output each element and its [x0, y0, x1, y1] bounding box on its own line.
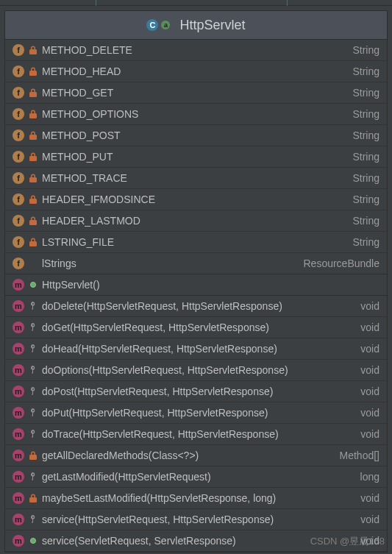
method-name: doPost(HttpServletRequest, HttpServletRe…: [42, 386, 350, 397]
field-name: METHOD_HEAD: [42, 65, 342, 77]
field-icon: f: [13, 129, 24, 141]
field-name: METHOD_PUT: [42, 151, 342, 163]
field-icon: f: [13, 151, 24, 163]
method-name: getAllDeclaredMethods(Class<?>): [42, 450, 329, 461]
method-type: void: [360, 386, 379, 397]
key-icon: [29, 302, 38, 310]
method-icon: m: [13, 343, 24, 355]
method-name: doHead(HttpServletRequest, HttpServletRe…: [42, 343, 350, 355]
field-icon: f: [13, 87, 24, 99]
field-name: HEADER_IFMODSINCE: [42, 193, 342, 205]
class-structure-panel: C a HttpServlet f METHOD_DELETE String f…: [4, 10, 388, 553]
method-row[interactable]: m service(HttpServletRequest, HttpServle…: [5, 509, 387, 530]
method-icon: m: [13, 322, 24, 333]
field-icon: f: [13, 108, 24, 120]
field-row[interactable]: f METHOD_DELETE String: [5, 40, 387, 61]
method-icon: m: [13, 450, 24, 461]
key-icon: [29, 323, 38, 332]
method-type: void: [360, 407, 379, 419]
lock-icon: [29, 238, 38, 246]
field-row[interactable]: f HEADER_LASTMOD String: [5, 210, 387, 232]
class-header[interactable]: C a HttpServlet: [5, 11, 387, 40]
method-row[interactable]: m doGet(HttpServletRequest, HttpServletR…: [5, 317, 387, 338]
field-row[interactable]: f METHOD_HEAD String: [5, 61, 387, 82]
method-row[interactable]: m doOptions(HttpServletRequest, HttpServ…: [5, 360, 387, 381]
field-icon: f: [13, 172, 24, 184]
constructor-row[interactable]: m HttpServlet(): [5, 274, 387, 296]
field-type: String: [352, 236, 379, 248]
class-title: HttpServlet: [179, 18, 245, 32]
lock-icon: [29, 152, 38, 161]
lock-icon: [29, 494, 38, 502]
public-dot-icon: [29, 280, 38, 289]
field-type: String: [352, 193, 379, 205]
field-icon: f: [13, 258, 24, 269]
method-name: service(ServletRequest, ServletResponse): [42, 535, 350, 547]
method-row[interactable]: m getLastModified(HttpServletRequest) lo…: [5, 466, 387, 488]
method-type: void: [360, 514, 379, 525]
method-type: void: [360, 364, 379, 376]
method-type: void: [360, 428, 379, 440]
field-row[interactable]: f METHOD_OPTIONS String: [5, 104, 387, 125]
method-name: doPut(HttpServletRequest, HttpServletRes…: [42, 407, 350, 419]
public-dot-icon: [29, 536, 38, 545]
key-icon: [29, 387, 38, 396]
method-name: getLastModified(HttpServletRequest): [42, 471, 350, 483]
field-type: String: [352, 129, 379, 141]
method-row[interactable]: m getAllDeclaredMethods(Class<?>) Method…: [5, 445, 387, 466]
field-type: String: [352, 215, 379, 227]
method-row[interactable]: m maybeSetLastModified(HttpServletRespon…: [5, 488, 387, 509]
field-row[interactable]: f METHOD_PUT String: [5, 146, 387, 168]
method-row[interactable]: m doTrace(HttpServletRequest, HttpServle…: [5, 424, 387, 445]
field-name: METHOD_OPTIONS: [42, 108, 342, 120]
method-icon: m: [13, 279, 24, 291]
method-row[interactable]: m doPut(HttpServletRequest, HttpServletR…: [5, 402, 387, 424]
field-icon: f: [13, 193, 24, 205]
lock-icon: [29, 110, 38, 118]
field-icon: f: [13, 215, 24, 227]
field-row[interactable]: f METHOD_POST String: [5, 125, 387, 146]
method-type: void: [360, 492, 379, 504]
method-type: void: [360, 343, 379, 355]
field-row[interactable]: f HEADER_IFMODSINCE String: [5, 189, 387, 210]
lock-icon: [29, 216, 38, 225]
top-divider-strip: [0, 0, 392, 6]
method-icon: m: [13, 300, 24, 312]
method-icon: m: [13, 386, 24, 397]
method-row[interactable]: m service(ServletRequest, ServletRespons…: [5, 530, 387, 552]
lock-icon: [29, 67, 38, 76]
method-icon: m: [13, 407, 24, 419]
field-name: METHOD_POST: [42, 129, 342, 141]
method-row[interactable]: m doPost(HttpServletRequest, HttpServlet…: [5, 381, 387, 402]
lock-icon: [29, 46, 38, 54]
field-type: String: [352, 44, 379, 56]
field-type: String: [352, 108, 379, 120]
field-type: ResourceBundle: [303, 258, 379, 269]
field-row[interactable]: f METHOD_TRACE String: [5, 168, 387, 189]
method-name: doDelete(HttpServletRequest, HttpServlet…: [42, 300, 350, 312]
field-row[interactable]: f lStrings ResourceBundle: [5, 253, 387, 274]
field-name: METHOD_DELETE: [42, 44, 342, 56]
key-icon: [29, 344, 38, 353]
field-icon: f: [13, 44, 24, 56]
method-row[interactable]: m doDelete(HttpServletRequest, HttpServl…: [5, 296, 387, 317]
method-icon: m: [13, 514, 24, 525]
method-name: doGet(HttpServletRequest, HttpServletRes…: [42, 322, 350, 333]
field-row[interactable]: f LSTRING_FILE String: [5, 232, 387, 253]
field-icon: f: [13, 236, 24, 248]
field-type: String: [352, 151, 379, 163]
method-icon: m: [13, 471, 24, 483]
field-type: String: [352, 87, 379, 99]
method-name: maybeSetLastModified(HttpServletResponse…: [42, 492, 350, 504]
key-icon: [29, 430, 38, 438]
key-icon: [29, 472, 38, 481]
method-row[interactable]: m doHead(HttpServletRequest, HttpServlet…: [5, 338, 387, 360]
field-icon: f: [13, 65, 24, 77]
field-type: String: [352, 65, 379, 77]
field-name: LSTRING_FILE: [42, 236, 342, 248]
method-type: void: [360, 322, 379, 333]
lock-icon: [29, 131, 38, 140]
field-row[interactable]: f METHOD_GET String: [5, 82, 387, 104]
method-icon: m: [13, 535, 24, 547]
field-name: HEADER_LASTMOD: [42, 215, 342, 227]
